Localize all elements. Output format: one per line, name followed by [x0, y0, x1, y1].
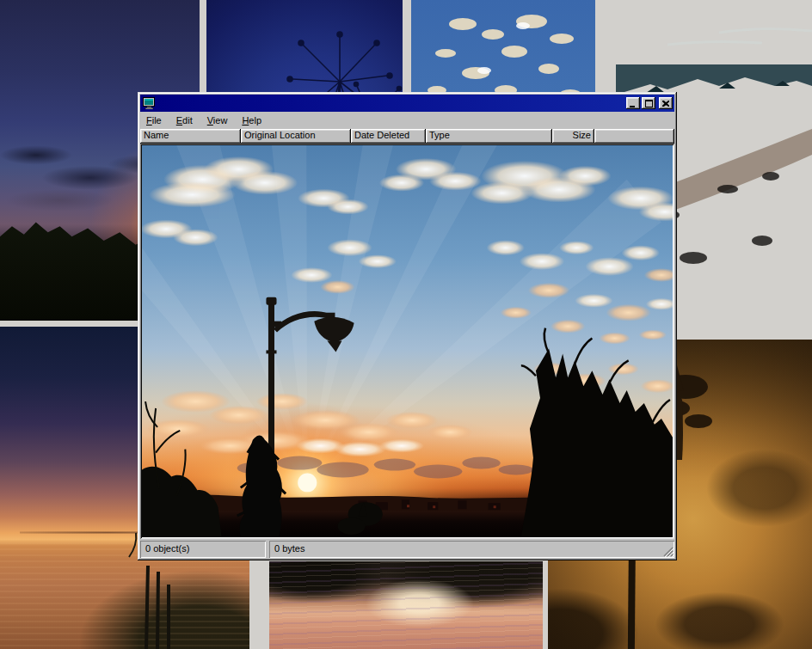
column-header-date-deleted[interactable]: Date Deleted	[351, 129, 426, 144]
menu-help[interactable]: Help	[237, 113, 267, 127]
menu-file[interactable]: File	[141, 113, 167, 127]
menu-bar: File Edit View Help	[140, 112, 674, 129]
column-header-filler	[594, 129, 674, 144]
resize-grip-icon[interactable]	[662, 546, 674, 557]
computer-icon	[143, 97, 156, 109]
column-header-original-location[interactable]: Original Location	[241, 129, 351, 144]
column-header-row: Name Original Location Date Deleted Type…	[140, 129, 674, 144]
folder-view[interactable]	[140, 144, 674, 539]
window-controls	[624, 97, 673, 109]
sunset-lamp-photo	[142, 145, 673, 537]
close-button[interactable]	[659, 97, 673, 109]
column-header-type[interactable]: Type	[426, 129, 552, 144]
minimize-button[interactable]	[626, 97, 640, 109]
column-header-name[interactable]: Name	[140, 129, 241, 144]
maximize-icon	[645, 100, 653, 107]
status-size-text: 0 bytes	[274, 543, 304, 554]
minimize-icon	[630, 101, 637, 107]
recycle-bin-window: File Edit View Help Name Original Locati…	[138, 92, 677, 560]
reflection-waves	[269, 561, 543, 649]
close-icon	[662, 101, 669, 107]
wallpaper-photo-water-reflection	[269, 561, 543, 649]
menu-view[interactable]: View	[202, 113, 233, 127]
status-size: 0 bytes	[269, 541, 674, 558]
status-bar: 0 object(s) 0 bytes	[140, 541, 674, 558]
status-object-count: 0 object(s)	[140, 541, 266, 558]
title-bar[interactable]	[140, 95, 674, 112]
column-header-size[interactable]: Size	[552, 129, 594, 144]
menu-edit[interactable]: Edit	[171, 113, 198, 127]
desktop: { "desktop": { "collage_note": "" }, "wi…	[0, 0, 812, 649]
maximize-button[interactable]	[642, 97, 655, 109]
